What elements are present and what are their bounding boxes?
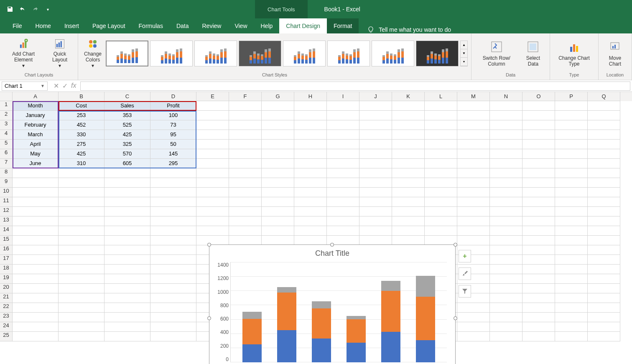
- cell-B15[interactable]: [59, 236, 104, 245]
- bar-june[interactable]: [416, 276, 435, 362]
- cell-P3[interactable]: [555, 120, 588, 130]
- cell-Q18[interactable]: [588, 265, 620, 274]
- cell-D17[interactable]: [150, 255, 196, 265]
- column-header-D[interactable]: D: [150, 92, 196, 101]
- cell-J3[interactable]: [359, 120, 392, 130]
- cell-P15[interactable]: [555, 236, 588, 245]
- cell-L14[interactable]: [425, 226, 457, 236]
- cell-D7[interactable]: 295: [150, 159, 196, 168]
- cell-C3[interactable]: 525: [104, 120, 150, 130]
- cell-B7[interactable]: 310: [59, 159, 104, 168]
- cell-F8[interactable]: [229, 168, 262, 178]
- cell-G6[interactable]: [262, 149, 294, 159]
- cell-B13[interactable]: [59, 216, 104, 226]
- cell-Q15[interactable]: [588, 236, 620, 245]
- cell-H14[interactable]: [294, 226, 327, 236]
- cell-D3[interactable]: 73: [150, 120, 196, 130]
- row-header-6[interactable]: 6: [0, 149, 13, 159]
- cell-A11[interactable]: [13, 197, 59, 207]
- cell-G1[interactable]: [262, 101, 294, 111]
- cell-J2[interactable]: [359, 111, 392, 120]
- cell-D12[interactable]: [150, 207, 196, 216]
- cell-C20[interactable]: [104, 284, 150, 293]
- cell-G9[interactable]: [262, 178, 294, 188]
- cell-B4[interactable]: 330: [59, 130, 104, 140]
- cell-Q13[interactable]: [588, 216, 620, 226]
- row-header-8[interactable]: 8: [0, 168, 13, 178]
- cell-K6[interactable]: [392, 149, 425, 159]
- cell-Q22[interactable]: [588, 303, 620, 313]
- cell-N5[interactable]: [490, 140, 522, 149]
- cell-A3[interactable]: February: [13, 120, 59, 130]
- cell-M13[interactable]: [457, 216, 490, 226]
- cell-B6[interactable]: 425: [59, 149, 104, 159]
- row-header-5[interactable]: 5: [0, 140, 13, 149]
- cell-J1[interactable]: [359, 101, 392, 111]
- cell-L4[interactable]: [425, 130, 457, 140]
- cell-F14[interactable]: [229, 226, 262, 236]
- cell-L5[interactable]: [425, 140, 457, 149]
- cell-Q2[interactable]: [588, 111, 620, 120]
- cell-Q4[interactable]: [588, 130, 620, 140]
- cell-C9[interactable]: [104, 178, 150, 188]
- column-header-F[interactable]: F: [229, 92, 262, 101]
- cell-D5[interactable]: 50: [150, 140, 196, 149]
- gallery-scroll-down-icon[interactable]: ▼: [461, 49, 467, 58]
- cell-I4[interactable]: [327, 130, 359, 140]
- cell-Q11[interactable]: [588, 197, 620, 207]
- cell-A12[interactable]: [13, 207, 59, 216]
- row-header-16[interactable]: 16: [0, 245, 13, 255]
- gallery-expand-icon[interactable]: ▾: [461, 58, 467, 66]
- cell-Q16[interactable]: [588, 245, 620, 255]
- tab-format[interactable]: Format: [327, 18, 359, 33]
- cell-N9[interactable]: [490, 178, 522, 188]
- cell-E13[interactable]: [196, 216, 229, 226]
- cell-O1[interactable]: [522, 101, 555, 111]
- cell-J7[interactable]: [359, 159, 392, 168]
- cell-D14[interactable]: [150, 226, 196, 236]
- cell-M10[interactable]: [457, 188, 490, 197]
- cell-B24[interactable]: [59, 322, 104, 332]
- column-header-H[interactable]: H: [294, 92, 327, 101]
- cell-B12[interactable]: [59, 207, 104, 216]
- cell-N24[interactable]: [490, 322, 522, 332]
- row-header-18[interactable]: 18: [0, 265, 13, 274]
- chart-handle-r[interactable]: [454, 316, 457, 320]
- cell-L15[interactable]: [425, 236, 457, 245]
- cell-O16[interactable]: [522, 245, 555, 255]
- chart-style-7[interactable]: [372, 41, 414, 66]
- cell-O12[interactable]: [522, 207, 555, 216]
- cell-P22[interactable]: [555, 303, 588, 313]
- cell-D16[interactable]: [150, 245, 196, 255]
- cell-D22[interactable]: [150, 303, 196, 313]
- cell-A15[interactable]: [13, 236, 59, 245]
- row-header-3[interactable]: 3: [0, 120, 13, 130]
- cell-P6[interactable]: [555, 149, 588, 159]
- cell-L13[interactable]: [425, 216, 457, 226]
- cell-P4[interactable]: [555, 130, 588, 140]
- bar-february[interactable]: [277, 287, 296, 362]
- cell-A16[interactable]: [13, 245, 59, 255]
- enter-formula-icon[interactable]: ✓: [62, 82, 68, 90]
- cell-D13[interactable]: [150, 216, 196, 226]
- cell-J12[interactable]: [359, 207, 392, 216]
- cell-F15[interactable]: [229, 236, 262, 245]
- cell-O7[interactable]: [522, 159, 555, 168]
- cell-G13[interactable]: [262, 216, 294, 226]
- column-header-G[interactable]: G: [262, 92, 294, 101]
- chart-plot-area[interactable]: 0200400600800100012001400: [230, 262, 447, 362]
- row-header-9[interactable]: 9: [0, 178, 13, 188]
- cell-F6[interactable]: [229, 149, 262, 159]
- cell-Q23[interactable]: [588, 313, 620, 322]
- undo-icon[interactable]: [18, 4, 28, 14]
- column-header-C[interactable]: C: [104, 92, 150, 101]
- cell-N20[interactable]: [490, 284, 522, 293]
- cell-L12[interactable]: [425, 207, 457, 216]
- cell-F11[interactable]: [229, 197, 262, 207]
- cell-M12[interactable]: [457, 207, 490, 216]
- column-header-N[interactable]: N: [490, 92, 522, 101]
- tell-me-search[interactable]: Tell me what you want to do: [367, 26, 451, 33]
- column-header-A[interactable]: A: [13, 92, 59, 101]
- cell-H1[interactable]: [294, 101, 327, 111]
- cell-N19[interactable]: [490, 274, 522, 284]
